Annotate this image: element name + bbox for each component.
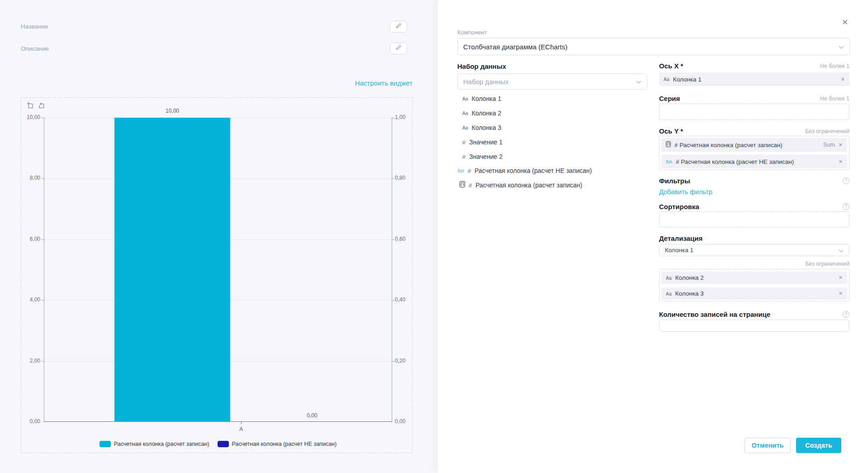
series-dropzone[interactable] bbox=[659, 104, 849, 120]
y-axis-right-tick: 0,40 bbox=[395, 296, 405, 303]
calculator-icon bbox=[460, 181, 465, 189]
component-select-value: Столбчатая диаграмма (ECharts) bbox=[463, 43, 568, 51]
y-axis-left-tick: 8,00 bbox=[21, 175, 40, 181]
x-axis-chip-label: Колонка 1 bbox=[673, 76, 702, 83]
y-axis-right-tick: 0,60 bbox=[395, 236, 405, 242]
legend-item-series-1[interactable]: Расчетная колонка (расчет записан) bbox=[100, 441, 209, 447]
filters-title: Фильтры bbox=[659, 177, 690, 185]
dataset-item-column-1[interactable]: Aa Колонка 1 bbox=[462, 93, 501, 104]
axis-tick bbox=[392, 178, 394, 179]
remove-icon[interactable]: ✕ bbox=[839, 142, 843, 148]
pencil-icon bbox=[395, 44, 402, 53]
y-axis-right-tick: 0,00 bbox=[395, 418, 405, 425]
detail-chip-label: Колонка 3 bbox=[675, 290, 704, 297]
page-size-input[interactable] bbox=[659, 320, 849, 332]
detail-title: Детализация bbox=[659, 234, 702, 242]
description-field-label: Описание bbox=[21, 45, 49, 52]
edit-description-button[interactable] bbox=[390, 43, 407, 54]
edit-name-button[interactable] bbox=[390, 21, 407, 33]
hash-icon: # bbox=[469, 182, 472, 189]
dataset-item-label: Расчетная колонка (расчет записан) bbox=[475, 182, 582, 189]
dataset-select-placeholder: Набор данных bbox=[463, 78, 509, 86]
dataset-item-label: Колонка 1 bbox=[472, 95, 501, 102]
sorting-title: Сортировка bbox=[659, 203, 699, 210]
hash-icon: # bbox=[462, 139, 465, 146]
help-icon[interactable]: ? bbox=[843, 203, 849, 210]
filters-section-header: Фильтры ? bbox=[659, 177, 849, 185]
dataset-item-calc-recorded[interactable]: # Расчетная колонка (расчет записан) bbox=[460, 180, 582, 191]
detail-chip-column-2[interactable]: Aa Колонка 2 ✕ bbox=[661, 272, 847, 284]
y-axis-dropzone[interactable]: # Расчетная колонка (расчет записан) Sum… bbox=[659, 136, 849, 170]
close-icon[interactable]: ✕ bbox=[842, 19, 848, 26]
configure-widget-link[interactable]: Настроить виджет bbox=[349, 79, 413, 87]
page-size-title: Количество записей на странице bbox=[659, 311, 770, 318]
x-axis-tick bbox=[241, 422, 242, 424]
restore-icon[interactable] bbox=[38, 102, 45, 110]
dataset-item-column-2[interactable]: Aa Колонка 2 bbox=[462, 108, 501, 119]
component-select[interactable]: Столбчатая диаграмма (ECharts) bbox=[457, 38, 850, 55]
chart-legend: Расчетная колонка (расчет записан) Расче… bbox=[44, 441, 392, 447]
dataset-item-column-3[interactable]: Aa Колонка 3 bbox=[462, 122, 501, 133]
detail-select[interactable]: Колонка 1 bbox=[659, 244, 849, 256]
axis-tick bbox=[392, 361, 394, 362]
axis-tick bbox=[392, 239, 394, 240]
series-limit-hint: Не более 1 bbox=[820, 96, 849, 102]
dataset-item-label: Расчетная колонка (расчет НЕ записан) bbox=[474, 167, 592, 174]
bar-value-label: 10,00 bbox=[114, 108, 230, 114]
detail-chip-column-3[interactable]: Aa Колонка 3 ✕ bbox=[661, 287, 847, 300]
help-icon[interactable]: ? bbox=[843, 177, 849, 184]
y-axis-chip-label: # Расчетная колонка (расчет НЕ записан) bbox=[676, 158, 794, 165]
detail-chip-label: Колонка 2 bbox=[675, 274, 704, 281]
fun-icon: fun bbox=[666, 159, 672, 164]
x-axis-chip[interactable]: Aa Колонка 1 ✕ bbox=[659, 72, 849, 86]
add-filter-link[interactable]: Добавить фильтр bbox=[659, 188, 712, 196]
y-axis-right-tick: 1,00 bbox=[395, 114, 405, 120]
detail-limit-hint: Без ограничений bbox=[659, 261, 849, 267]
help-icon[interactable]: ? bbox=[843, 311, 849, 318]
remove-icon[interactable]: ✕ bbox=[839, 159, 843, 165]
sorting-dropzone[interactable] bbox=[659, 211, 849, 228]
series-section-header: Серия Не более 1 bbox=[659, 95, 849, 102]
detail-dropzone[interactable]: Aa Колонка 2 ✕ Aa Колонка 3 ✕ bbox=[659, 269, 849, 301]
remove-icon[interactable]: ✕ bbox=[839, 291, 843, 296]
bar-series-1[interactable] bbox=[114, 118, 230, 422]
axis-tick bbox=[392, 118, 394, 118]
series-title: Серия bbox=[659, 95, 680, 102]
x-axis-limit-hint: Не более 1 bbox=[820, 63, 849, 69]
dataset-heading: Набор данных bbox=[457, 62, 506, 70]
remove-icon[interactable]: ✕ bbox=[841, 76, 845, 82]
bar-zero-value-label: 0,00 bbox=[267, 412, 357, 419]
aa-icon: Aa bbox=[666, 291, 672, 296]
legend-item-series-2[interactable]: Расчетная колонка (расчет НЕ записан) bbox=[218, 441, 337, 447]
create-button[interactable]: Создать bbox=[796, 438, 841, 453]
axis-tick bbox=[392, 300, 394, 301]
y-axis-chip-label: # Расчетная колонка (расчет записан) bbox=[674, 142, 783, 148]
legend-swatch-navy bbox=[218, 441, 229, 447]
cancel-button[interactable]: Отменить bbox=[745, 438, 791, 453]
dataset-item-calc-not-recorded[interactable]: fun # Расчетная колонка (расчет НЕ запис… bbox=[458, 165, 592, 176]
aggregation-badge[interactable]: Sum bbox=[823, 142, 835, 148]
dataset-item-label: Колонка 3 bbox=[472, 124, 501, 131]
sorting-section-header: Сортировка ? bbox=[659, 203, 849, 210]
fun-icon: fun bbox=[458, 168, 464, 173]
y-axis-left-tick: 4,00 bbox=[21, 296, 40, 303]
plot-area: 10,00 0,00 A bbox=[44, 118, 392, 422]
dataset-item-value-1[interactable]: # Значение 1 bbox=[462, 137, 503, 148]
remove-icon[interactable]: ✕ bbox=[839, 275, 843, 281]
x-category-label: A bbox=[218, 426, 264, 432]
x-axis-title: Ось X * bbox=[659, 62, 683, 70]
aa-icon: Aa bbox=[462, 96, 468, 101]
dataset-item-label: Значение 2 bbox=[469, 153, 503, 160]
chart-preview: 10,00 8,00 6,00 4,00 2,00 0,00 1,00 0,80… bbox=[21, 97, 413, 453]
y-axis-left-tick: 2,00 bbox=[21, 358, 40, 364]
datazoom-icon[interactable] bbox=[27, 102, 34, 110]
y-axis-chip-recorded[interactable]: # Расчетная колонка (расчет записан) Sum… bbox=[661, 138, 847, 152]
y-axis-section-header: Ось Y * Без ограничений bbox=[659, 127, 849, 135]
dataset-item-label: Значение 1 bbox=[469, 139, 503, 146]
y-axis-limit-hint: Без ограничений bbox=[805, 128, 849, 134]
dataset-item-value-2[interactable]: # Значение 2 bbox=[462, 151, 503, 162]
aa-icon: Aa bbox=[664, 76, 669, 82]
y-axis-left-tick: 10,00 bbox=[21, 114, 40, 120]
y-axis-chip-not-recorded[interactable]: fun # Расчетная колонка (расчет НЕ запис… bbox=[661, 155, 847, 168]
dataset-select[interactable]: Набор данных bbox=[457, 73, 647, 90]
